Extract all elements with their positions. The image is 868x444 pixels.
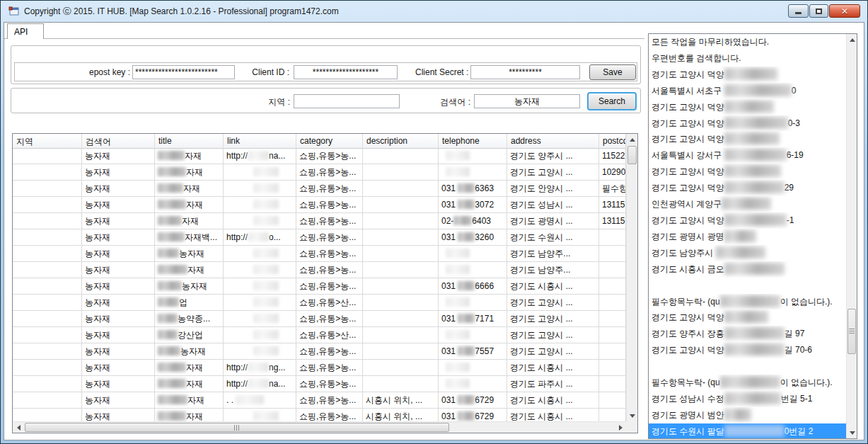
log-line[interactable]: 경기도 남양주시 (649, 245, 846, 261)
minimize-button[interactable] (788, 4, 809, 18)
table-row[interactable]: 농자재농자재쇼핑,유통>농...031 6666경기도 시흥시 ... (13, 278, 626, 295)
log-line[interactable]: 경기도 양주시 장흥길 97 (649, 326, 846, 342)
table-row[interactable]: 농자재자재http://na...쇼핑,유통>농...경기도 양주시 ...11… (13, 148, 626, 164)
cell-region (13, 213, 82, 229)
column-header-검색어[interactable]: 검색어 (82, 134, 155, 148)
cell-postcd (599, 262, 626, 278)
column-header-telephone[interactable]: telephone (439, 134, 507, 148)
cell-telephone: 031 3260 (439, 229, 507, 246)
log-line[interactable]: 서울특별시 서초구 0 (649, 83, 846, 99)
column-header-title[interactable]: title (155, 134, 224, 148)
redacted-blur (253, 314, 279, 323)
maximize-button[interactable] (809, 4, 828, 18)
cell-keyword: 농자재 (82, 295, 155, 311)
cell-title: 농자재 (155, 278, 224, 295)
save-button[interactable]: Save (589, 64, 636, 80)
grid-hscroll-thumb[interactable] (25, 423, 449, 432)
log-line[interactable]: 경기도 고양시 덕양 (649, 164, 846, 180)
log-line[interactable]: 경기도 시흥시 금오 (649, 261, 846, 278)
grid-vertical-scrollbar[interactable] (626, 134, 637, 421)
log-line[interactable]: 인천광역시 계양구 (649, 196, 846, 212)
table-row[interactable]: 농자재자재쇼핑,유통>농...경기도 남양주... (13, 262, 626, 278)
table-row[interactable]: 농자재강산업쇼핑,유통>산...경기도 고양시 ... (13, 327, 626, 343)
cell-description (363, 311, 439, 327)
table-row[interactable]: 농자재자재http://ng...쇼핑,유통>농...경기도 시흥시 ... (13, 360, 626, 376)
scroll-down-button[interactable] (627, 410, 638, 421)
column-header-지역[interactable]: 지역 (13, 134, 82, 148)
cell-keyword: 농자재 (82, 327, 155, 343)
table-row[interactable]: 농자재자재쇼핑,유통>농...시흥시 위치, ...031 6729경기도 시흥… (13, 409, 626, 421)
log-line[interactable]: 경기도 고양시 덕양0-3 (649, 115, 846, 132)
log-line[interactable]: 경기도 고양시 덕양-1 (649, 212, 846, 229)
log-line[interactable]: 경기도 고양시 덕양29 (649, 180, 846, 196)
cell-region (13, 246, 82, 262)
log-line[interactable]: 경기도 고양시 덕양 (649, 99, 846, 115)
redacted-blur (724, 230, 756, 242)
cell-telephone: 02-6403 (439, 213, 507, 229)
table-row[interactable]: 농자재업쇼핑,유통>산...경기도 고양시 ... (13, 295, 626, 311)
scroll-up-button[interactable] (627, 134, 638, 145)
table-row[interactable]: 농자재농자재쇼핑,유통>농...경기도 남양주... (13, 246, 626, 262)
grid-horizontal-scrollbar[interactable] (13, 421, 626, 433)
log-line-selected[interactable]: 경기도 수원시 팔달0번길 2 (649, 423, 846, 438)
log-line[interactable]: 경기도 고양시 덕양 (649, 309, 846, 326)
log-line[interactable] (649, 278, 846, 294)
epost-key-field[interactable] (132, 65, 235, 79)
redacted-blur (724, 117, 788, 129)
title-bar: Copyright ⓒ 2015. IT HUB. [Map Search 1.… (4, 1, 864, 22)
log-line[interactable]: 경기도 광명시 광명 (649, 229, 846, 245)
table-row[interactable]: 농자재자재쇼핑,유통>농...02-6403경기도 광명시 ...13115 (13, 213, 626, 229)
keyword-field[interactable] (474, 94, 580, 108)
cell-link (224, 262, 296, 278)
log-line[interactable]: 서울특별시 강서구 6-19 (649, 147, 846, 164)
log-vertical-scrollbar[interactable] (846, 34, 857, 438)
window-title: Copyright ⓒ 2015. IT HUB. [Map Search 1.… (24, 6, 339, 18)
table-row[interactable]: 농자재농약종...쇼핑,유통>농...031 7171경기도 고양시 ... (13, 311, 626, 327)
cell-title: 자재 (155, 148, 224, 164)
log-line[interactable]: 경기도 광명시 범안 (649, 407, 846, 423)
log-vscroll-thumb[interactable] (847, 309, 856, 354)
redacted-blur (158, 249, 179, 258)
table-row[interactable]: 농자재자재쇼핑,유통>농...031 6363경기도 안양시 ...필수항목누락 (13, 181, 626, 197)
table-row[interactable]: 농자재농자재쇼핑,유통>농...031 7557경기도 고양시 ... (13, 343, 626, 360)
scroll-right-button[interactable] (615, 422, 626, 433)
client-id-field[interactable] (294, 65, 398, 79)
column-header-link[interactable]: link (224, 134, 296, 148)
client-secret-field[interactable] (470, 65, 580, 79)
column-header-postcd[interactable]: postcd (599, 134, 626, 148)
tab-api[interactable]: API (7, 23, 44, 39)
table-row[interactable]: 농자재자재쇼핑,유통>농...031 3072경기도 성남시 ...13115 (13, 197, 626, 213)
cell-postcd (599, 311, 626, 327)
table-row[interactable]: 농자재자재. . 쇼핑,유통>농...시흥시 위치, ...031 6729경기… (13, 392, 626, 409)
scroll-left-button[interactable] (13, 422, 24, 433)
log-scroll-down-button[interactable] (847, 427, 857, 438)
table-row[interactable]: 농자재자재쇼핑,유통>농...경기도 고양시 ...10290 (13, 164, 626, 181)
log-line[interactable]: 경기도 고양시 덕양 (649, 67, 846, 83)
cell-postcd (599, 343, 626, 360)
close-button[interactable]: ✕ (829, 4, 860, 18)
column-header-address[interactable]: address (507, 134, 599, 148)
column-header-category[interactable]: category (296, 134, 363, 148)
log-line[interactable]: 필수항목누락- (qu이 없습니다.). (649, 375, 846, 391)
table-row[interactable]: 농자재자재http://na...쇼핑,유통>농...경기도 파주시 ... (13, 376, 626, 392)
redacted-blur (253, 281, 279, 290)
log-line[interactable]: 경기도 고양시 덕양길 70-6 (649, 342, 846, 358)
grid-vscroll-thumb[interactable] (627, 146, 637, 164)
log-line[interactable]: 필수항목누락- (qu이 없습니다.). (649, 294, 846, 310)
redacted-blur (446, 363, 470, 372)
log-line[interactable]: 경기도 고양시 덕양 (649, 131, 846, 147)
log-line[interactable] (649, 358, 846, 375)
redacted-blur (724, 149, 787, 161)
search-button[interactable]: Search (587, 92, 637, 110)
log-scroll-up-button[interactable] (847, 34, 857, 45)
cell-link (224, 409, 296, 421)
column-header-description[interactable]: description (363, 134, 439, 148)
cell-postcd (599, 229, 626, 246)
log-line[interactable]: 경기도 성남시 수정번길 5-1 (649, 391, 846, 407)
cell-link (224, 295, 296, 311)
log-line[interactable]: 모든 작업을 마무리하였습니다. (649, 34, 846, 50)
redacted-blur (253, 216, 279, 225)
region-field[interactable] (294, 94, 400, 108)
table-row[interactable]: 농자재자재백...http://o...쇼핑,유통>농...031 3260경기… (13, 229, 626, 246)
log-line[interactable]: 우편번호를 검색합니다. (649, 50, 846, 67)
